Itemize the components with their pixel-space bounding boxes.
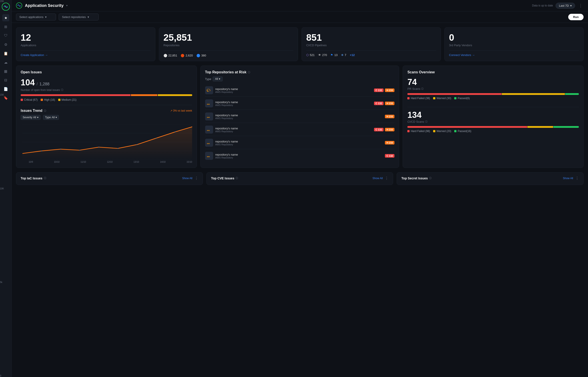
secret-show-all-link[interactable]: Show All	[563, 177, 573, 180]
cve-show-all-link[interactable]: Show All	[372, 177, 383, 180]
svg-point-12	[117, 148, 119, 149]
pr-bar	[407, 93, 579, 95]
content-area: 12 Applications Create Application → 25,…	[12, 23, 588, 377]
badge-high: H 233	[385, 128, 394, 131]
repo-name: repository's name	[215, 153, 383, 156]
repo-type: AWS Repository	[215, 130, 372, 133]
pr-bar-warned	[502, 93, 565, 95]
cicd-flag: ⚑ 13	[330, 53, 337, 57]
severity-filter[interactable]: Severity All ▾	[21, 115, 40, 120]
aws-logo: aws	[205, 99, 213, 107]
github-count: ⬤ 22,851	[163, 53, 177, 57]
cve-title: Top CVE Issues	[211, 177, 234, 180]
svg-point-14	[155, 138, 157, 139]
secret-info-icon[interactable]: ⓘ	[429, 177, 432, 180]
svg-text:aws: aws	[207, 143, 210, 144]
repo-name: repository's name	[215, 87, 372, 91]
cicd-info-icon[interactable]: ⓘ	[425, 120, 427, 123]
dot-warned	[433, 130, 435, 132]
connect-vendors-link[interactable]: Connect Vendors →	[449, 53, 579, 57]
cicd-hard-failed: Hard Failed (98)	[407, 130, 430, 133]
trend-title: Issues Trend	[21, 109, 42, 113]
trend-header: Issues Trend ⓘ ↗ 3% vs last week	[21, 109, 192, 113]
svg-point-10	[79, 150, 81, 151]
repos-info-icon[interactable]: ⓘ	[248, 71, 250, 74]
repo-type: AWS Repository	[215, 104, 372, 106]
aws-logo: aws	[205, 139, 213, 147]
cicd-bar-failed	[407, 126, 527, 128]
iac-info-icon[interactable]: ⓘ	[44, 177, 46, 180]
dot-passed	[454, 130, 456, 132]
badge-critical: C 132	[374, 128, 383, 131]
iac-title: Top IaC Issues	[21, 177, 42, 180]
select-repositories-dropdown[interactable]: Select repositories ▾	[59, 13, 99, 21]
table-row: aws repository's name AWS Repository C 1…	[205, 97, 395, 110]
bar-medium	[158, 94, 192, 96]
cicd-count: 851	[306, 33, 436, 42]
header-more-button[interactable]: ⋮	[578, 2, 584, 9]
scans-overview-card: Scans Overview 74 PR Scans ⓘ	[403, 66, 584, 168]
badge-high: H 233	[385, 102, 394, 105]
svg-text:aws: aws	[207, 103, 210, 105]
header-right: Data is up to date Last 7D ▾ ⋮	[532, 2, 584, 9]
open-issues-title: Open Issues	[21, 70, 192, 74]
cicd-bar-passed	[553, 126, 579, 128]
chart-x-labels: 10/9 10/10 11/10 12/10 13/10 14/10 15/10	[23, 161, 192, 163]
svg-point-9	[60, 149, 61, 149]
pr-bar-passed	[565, 93, 579, 95]
select-repos-label: Select repositories	[62, 15, 86, 19]
repo-icons: ⬤ 22,851 ⬤ 2,620 ⬤ 380	[163, 53, 294, 57]
run-button[interactable]: Run	[568, 14, 584, 20]
toolbar: Select applications ▾ Select repositorie…	[12, 11, 588, 23]
select-applications-dropdown[interactable]: Select applications ▾	[16, 13, 56, 21]
pr-info-icon[interactable]: ⓘ	[421, 87, 424, 91]
secret-more-icon[interactable]: ⋮	[575, 176, 579, 180]
trend-info-icon[interactable]: ⓘ	[44, 109, 46, 112]
time-range-button[interactable]: Last 7D ▾	[555, 3, 575, 9]
type-filter[interactable]: Type All ▾	[43, 115, 59, 120]
gitlab-icon: ⬤	[181, 53, 184, 57]
repo-badges: C 132 H 233	[374, 128, 395, 131]
svg-point-8	[41, 151, 42, 151]
cicd-scan-count: 134	[407, 111, 579, 119]
repo-name: repository's name	[215, 140, 383, 143]
iac-issues-card: Top IaC Issues ⓘ Show All ⋮	[16, 172, 203, 185]
repo-type: AWS Repository	[215, 117, 383, 120]
repos-chevron-icon: ▾	[88, 15, 89, 19]
table-row: aws repository's name AWS Repository C 1…	[205, 150, 395, 162]
repo-list: aws repository's name AWS Repository C 1…	[205, 84, 395, 162]
repo-type: AWS Repository	[215, 91, 372, 93]
repo-name: repository's name	[215, 100, 372, 104]
gitlab-count: ⬤ 2,620	[181, 53, 193, 57]
iac-more-icon[interactable]: ⋮	[195, 176, 198, 180]
cicd-pipeline1: ⬡ 521	[306, 53, 315, 57]
cicd-legend: Hard Failed (98) Warned (20) Passed(16)	[407, 130, 579, 133]
repositories-stat-card: 25,851 Repositories ⬤ 22,851 ⬤ 2,620 ⬤ 3…	[159, 27, 298, 61]
badge-critical: C 132	[385, 154, 394, 158]
bitbucket-count: ⬤ 380	[196, 53, 206, 57]
bar-critical	[21, 94, 130, 96]
applications-label: Applications	[21, 44, 151, 47]
applications-stat-card: 12 Applications Create Application →	[16, 27, 155, 61]
cve-more-icon[interactable]: ⋮	[385, 176, 388, 180]
repos-type-filter: Type All ▾	[205, 76, 395, 81]
cve-info-icon[interactable]: ⓘ	[236, 177, 238, 180]
pr-legend: Hard Failed (38) Warned (30) Passed(6)	[407, 97, 579, 100]
pr-scans-block: 74 PR Scans ⓘ Hard Failed (38)	[407, 78, 579, 103]
iac-show-all-link[interactable]: Show All	[182, 177, 192, 180]
title-chevron-icon[interactable]: ▾	[66, 4, 68, 7]
badge-high: H 233	[385, 115, 394, 118]
repo-info: repository's name AWS Repository	[215, 140, 383, 146]
stats-row: 12 Applications Create Application → 25,…	[16, 27, 584, 61]
issues-info-icon[interactable]: ⓘ	[61, 88, 63, 92]
scans-divider	[407, 107, 579, 107]
repos-type-btn[interactable]: All ▾	[213, 76, 223, 81]
svg-text:aws: aws	[207, 156, 210, 157]
bottom-row: Top IaC Issues ⓘ Show All ⋮ Top CVE Issu…	[16, 172, 584, 185]
aws-logo: aws	[205, 112, 213, 120]
dot-high	[41, 99, 43, 101]
create-application-link[interactable]: Create Application →	[21, 53, 151, 57]
plus-icon: +12	[350, 53, 355, 57]
cve-issues-card: Top CVE Issues ⓘ Show All ⋮	[207, 172, 393, 185]
aws-logo: aws	[205, 152, 213, 160]
